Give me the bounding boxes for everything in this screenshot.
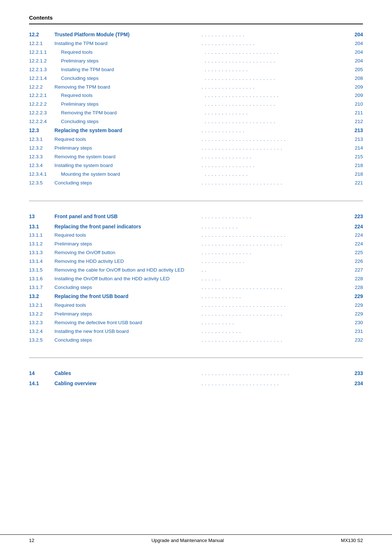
toc-page-number: 229 [348,293,363,301]
toc-number: 13.2.1 [29,302,54,309]
toc-row[interactable]: 12.3Replacing the system board . . . . .… [29,127,363,135]
toc-title: Removing the TPM board [54,109,203,117]
toc-number: 13.1.7 [29,284,54,292]
toc-title: Removing the system board [54,153,200,161]
toc-row[interactable]: 13.1.7Concluding steps . . . . . . . . .… [29,284,363,292]
toc-page-number: 233 [348,370,363,378]
chapter-separator [29,201,363,201]
toc-page-number: 210 [348,101,363,108]
toc-number: 12.2.1.3 [29,66,54,74]
toc-section-sec-14: 14.1Cabling overview . . . . . . . . . .… [29,380,363,388]
toc-number: 12.2 [29,31,54,39]
toc-dots: . . . . . . . . . . . . . [200,31,348,39]
toc-section-sec-13-header: 13Front panel and front USB . . . . . . … [29,213,363,221]
footer-product: MX130 S2 [341,538,363,543]
toc-title: Installing the TPM board [54,66,203,74]
toc-row[interactable]: 13.1Replacing the front panel indicators… [29,223,363,231]
toc-row[interactable]: 13.2.5Concluding steps . . . . . . . . .… [29,337,363,344]
toc-dots: . . . . . . . . . . . . . . . . . . . . … [200,337,348,344]
toc-row[interactable]: 12.2.1Installing the TPM board . . . . .… [29,40,363,48]
toc-row[interactable]: 12.2.2.1Required tools . . . . . . . . .… [29,92,363,99]
toc-page-number: 218 [348,171,363,178]
toc-row[interactable]: 12.2.1.3Installing the TPM board . . . .… [29,66,363,74]
toc-row[interactable]: 12.2.1.4Concluding steps . . . . . . . .… [29,75,363,82]
toc-row[interactable]: 13.2.2Preliminary steps . . . . . . . . … [29,310,363,318]
toc-title: Preliminary steps [54,144,200,152]
toc-row[interactable]: 14Cables . . . . . . . . . . . . . . . .… [29,370,363,378]
toc-title: Front panel and front USB [54,213,200,221]
toc-number: 12.2.2 [29,83,54,91]
toc-page-number: 213 [348,136,363,143]
toc-page-number: 232 [348,337,363,344]
toc-row[interactable]: 13.2Replacing the front USB board . . . … [29,293,363,301]
toc-page-number: 226 [348,258,363,265]
toc-row[interactable]: 13.1.2Preliminary steps . . . . . . . . … [29,240,363,248]
toc-title: Installing the system board [54,162,200,170]
toc-number: 12.3.4.1 [29,171,54,178]
toc-dots: . . . . . . . . . . . . . . . . . . . . … [200,284,348,292]
footer-title: Upgrade and Maintenance Manual [34,538,341,543]
toc-dots: . . . . . . . . . . . . . . . . . . . . … [200,370,348,378]
toc-dots: . . . . . . . . . . . . . [203,66,348,74]
toc-number: 13.1.4 [29,258,54,265]
toc-number: 12.2.2.3 [29,109,54,117]
toc-row[interactable]: 12.3.1Required tools . . . . . . . . . .… [29,136,363,143]
toc-dots: . . . . . . . . . . . . . [200,258,348,265]
toc-row[interactable]: 14.1Cabling overview . . . . . . . . . .… [29,380,363,388]
toc-dots: . . . . . . . . . . . . . . . . [200,40,348,48]
toc-row[interactable]: 13.1.3Removing the On/Off button . . . .… [29,249,363,257]
toc-row[interactable]: 13Front panel and front USB . . . . . . … [29,213,363,221]
toc-number: 14.1 [29,380,54,388]
toc-number: 12.2.1.1 [29,49,54,56]
toc-title: Replacing the front panel indicators [54,223,200,231]
toc-row[interactable]: 13.1.4Removing the HDD activity LED . . … [29,258,363,265]
toc-row[interactable]: 12.2.2.4Concluding steps . . . . . . . .… [29,118,363,126]
toc-row[interactable]: 12.2.2.2Preliminary steps . . . . . . . … [29,101,363,108]
toc-row[interactable]: 13.2.1Required tools . . . . . . . . . .… [29,302,363,309]
footer-page-number: 12 [29,538,34,543]
toc-page-number: 230 [348,319,363,327]
toc-dots: . . . . . . . . . . . . . [203,109,348,117]
toc-page-number: 204 [348,49,363,56]
toc-page-number: 228 [348,275,363,283]
toc-dots: . . . . . . . . . . . . . . . [200,249,348,257]
toc-title: Concluding steps [54,284,200,292]
toc-row[interactable]: 13.1.6Installing the On/Off button and t… [29,275,363,283]
toc-row[interactable]: 12.3.3Removing the system board . . . . … [29,153,363,161]
toc-title: Removing the HDD activity LED [54,258,200,265]
toc-section-sec-13: 13.1Replacing the front panel indicators… [29,223,363,344]
toc-dots: . . . . . . . . . . . . . . . [200,153,348,161]
toc-row[interactable]: 12.3.4.1Mounting the system board . . . … [29,171,363,178]
toc-number: 13.2.5 [29,337,54,344]
toc-row[interactable]: 12.2.1.2Preliminary steps . . . . . . . … [29,57,363,65]
toc-dots: . . . . . . . . . . . . . . . . . . . . … [200,310,348,318]
toc-dots: . . . . . . . . . . . . . . . . . . . . … [203,49,348,56]
toc-number: 13.1 [29,223,54,231]
toc-title: Concluding steps [54,179,200,187]
toc-row[interactable]: 13.1.5Removing the cable for On/Off butt… [29,266,363,274]
toc-row[interactable]: 13.2.3Removing the defective front USB b… [29,319,363,327]
toc-dots: . . . . . . . . . . . . . . . . [200,162,348,170]
toc-row[interactable]: 12.3.4Installing the system board . . . … [29,162,363,170]
toc-row[interactable]: 12.2.2.3Removing the TPM board . . . . .… [29,109,363,117]
toc-title: Cables [54,370,200,378]
toc-page-number: 225 [348,249,363,257]
toc-row[interactable]: 13.2.4Installing the new front USB board… [29,328,363,335]
toc-dots: . . . . . . . . . . . . . . . . . . . . … [200,179,348,187]
toc-page-number: 204 [348,31,363,39]
toc-title: Preliminary steps [54,101,203,108]
toc-row[interactable]: 13.1.1Required tools . . . . . . . . . .… [29,232,363,239]
toc-title: Removing the On/Off button [54,249,200,257]
toc-page-number: 231 [348,328,363,335]
toc-number: 12.3.1 [29,136,54,143]
toc-row[interactable]: 12.2Trusted Platform Module (TPM) . . . … [29,31,363,39]
toc-number: 13 [29,213,54,221]
toc-title: Trusted Platform Module (TPM) [54,31,200,39]
toc-row[interactable]: 12.2.1.1Required tools . . . . . . . . .… [29,49,363,56]
toc-row[interactable]: 12.3.5Concluding steps . . . . . . . . .… [29,179,363,187]
toc-dots: . . . . . . . . . . . . . . . [200,213,348,221]
toc-row[interactable]: 12.3.2Preliminary steps . . . . . . . . … [29,144,363,152]
toc-row[interactable]: 12.2.2Removing the TPM board . . . . . .… [29,83,363,91]
toc-page-number: 224 [348,232,363,239]
toc-number: 12.2.2.2 [29,101,54,108]
